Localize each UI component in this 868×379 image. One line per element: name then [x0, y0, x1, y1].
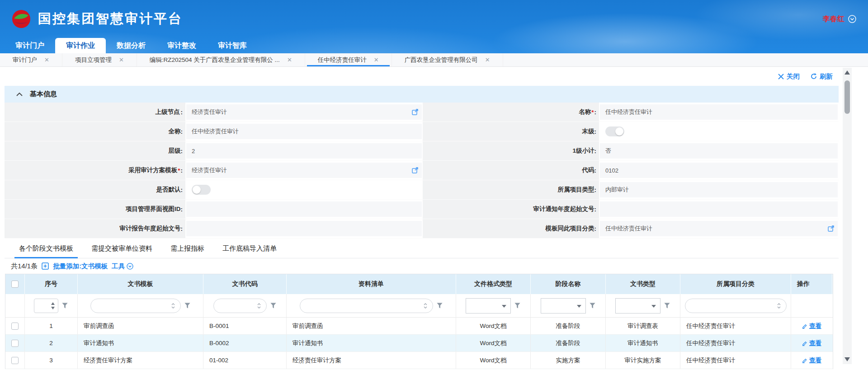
field-label-name: 名称*: — [423, 103, 599, 122]
category-filter-combo[interactable] — [685, 299, 787, 313]
page-tab-edit-rz202504[interactable]: 编辑:RZ202504 关于广西农垦企业管理有限公 ... ✕ — [137, 53, 305, 66]
external-link-icon[interactable] — [828, 225, 834, 232]
table-row[interactable]: 1 审前调查函 B-0001 审前调查函 Word文档 准备阶段 审计调查表 任… — [5, 318, 833, 335]
list-filter-combo[interactable] — [300, 299, 433, 313]
view-link[interactable]: 查看 — [802, 322, 821, 330]
leaf-toggle[interactable] — [605, 126, 624, 136]
table-row[interactable]: 3 经济责任审计方案 01-002 经济责任审计方案 Word文档 实施方案 审… — [5, 352, 833, 369]
funnel-icon[interactable] — [589, 302, 596, 309]
funnel-icon[interactable] — [436, 302, 443, 309]
field-label-leaf: 末级: — [423, 122, 599, 141]
report-doc-no-field[interactable] — [186, 221, 422, 236]
nav-item-analysis[interactable]: 数据分析 — [106, 38, 156, 53]
select-all-checkbox[interactable] — [11, 281, 19, 288]
level-field[interactable]: 2 — [186, 143, 422, 159]
template-category-field[interactable]: 任中经济责任审计 — [600, 221, 838, 236]
value-text: 0102 — [605, 167, 618, 174]
tab-report-indicators[interactable]: 需上报指标 — [161, 239, 213, 258]
spinner-up-icon[interactable] — [51, 302, 55, 305]
close-icon[interactable]: ✕ — [119, 56, 124, 63]
cell-template: 审计通知书 — [78, 335, 203, 351]
template-filter-combo[interactable] — [90, 299, 181, 313]
cell-doctype: 审计通知书 — [606, 335, 680, 351]
view-link[interactable]: 查看 — [802, 339, 821, 347]
cell-format: Word文档 — [456, 318, 531, 334]
funnel-icon[interactable] — [184, 302, 191, 309]
full-name-field[interactable]: 任中经济责任审计 — [186, 124, 422, 139]
level1-subtotal-field[interactable]: 否 — [600, 143, 838, 159]
nav-item-portal[interactable]: 审计门户 — [5, 38, 55, 53]
project-type-field[interactable]: 内部审计 — [600, 182, 838, 197]
tab-stage-doc-templates[interactable]: 各个阶段文书模板 — [10, 239, 82, 258]
scroll-down-icon[interactable] — [844, 357, 850, 361]
close-icon[interactable]: ✕ — [287, 56, 292, 63]
close-label: 关闭 — [787, 72, 800, 81]
refresh-button[interactable]: 刷新 — [811, 72, 833, 81]
collapse-icon[interactable] — [16, 92, 23, 96]
select-arrow-icon — [502, 305, 506, 308]
nav-item-operations[interactable]: 审计作业 — [55, 38, 106, 53]
format-filter-select[interactable] — [466, 298, 511, 313]
user-menu[interactable]: 李春红 — [823, 14, 856, 24]
tab-label: 任中经济责任审计 — [318, 56, 367, 64]
field-label-template-category: 模板同此项目分类: — [423, 219, 599, 239]
funnel-icon[interactable] — [270, 302, 277, 309]
stage-filter-select[interactable] — [541, 298, 586, 313]
tab-working-paper-import[interactable]: 工作底稿导入清单 — [213, 239, 286, 258]
tools-button[interactable]: 工具 — [112, 262, 133, 271]
view-id-field[interactable] — [186, 201, 422, 217]
name-field[interactable]: 任中经济责任审计 — [600, 104, 838, 120]
external-link-icon[interactable] — [412, 167, 418, 173]
combo-arrows-icon — [257, 303, 261, 309]
is-default-toggle[interactable] — [192, 185, 211, 195]
row-checkbox[interactable] — [11, 340, 19, 347]
nav-item-rectification[interactable]: 审计整改 — [156, 38, 207, 53]
external-link-icon[interactable] — [412, 109, 418, 115]
batch-add-button[interactable]: 批量添加:文书模板 — [53, 262, 108, 271]
colon: : — [594, 109, 597, 116]
row-checkbox[interactable] — [11, 323, 19, 330]
user-dropdown-icon[interactable] — [848, 15, 856, 23]
page-tab-portal[interactable]: 审计门户 ✕ — [0, 53, 62, 66]
row-checkbox[interactable] — [11, 357, 19, 364]
page-tab-gx-company[interactable]: 广西农垦企业管理有限公司 ✕ — [392, 53, 503, 66]
seq-filter-spinner[interactable] — [34, 299, 58, 313]
parent-node-field[interactable]: 经济责任审计 — [186, 104, 422, 120]
vertical-scrollbar[interactable] — [843, 68, 852, 364]
colon: : — [594, 148, 597, 154]
notice-doc-no-field[interactable] — [600, 201, 838, 217]
batch-add-icon[interactable] — [42, 262, 49, 270]
code-field[interactable]: 0102 — [600, 163, 838, 178]
basic-info-section-header[interactable]: 基本信息 — [5, 86, 839, 103]
filter-format — [456, 294, 531, 317]
table-row[interactable]: 2 审计通知书 B-0002 审计通知书 Word文档 准备阶段 审计通知书 任… — [5, 335, 833, 352]
tab-label: 广西农垦企业管理有限公司 — [405, 56, 478, 64]
funnel-icon[interactable] — [514, 302, 521, 309]
scroll-up-icon[interactable] — [844, 70, 850, 75]
colon: : — [181, 187, 183, 193]
detail-tab-bar: 各个阶段文书模板 需提交被审单位资料 需上报指标 工作底稿导入清单 — [5, 239, 839, 258]
tab-auditee-materials[interactable]: 需提交被审单位资料 — [82, 239, 161, 258]
plan-template-field[interactable]: 经济责任审计 — [186, 163, 422, 178]
cell-action: 查看 — [791, 352, 832, 369]
field-value-cell: 任中经济责任审计 — [599, 103, 839, 122]
doctype-filter-select[interactable] — [615, 298, 660, 313]
filter-empty — [5, 294, 25, 317]
nav-item-knowledge[interactable]: 审计智库 — [207, 38, 258, 53]
page-tab-project-setup[interactable]: 项目立项管理 ✕ — [62, 53, 137, 66]
code-filter-combo[interactable] — [213, 299, 267, 313]
spinner-down-icon[interactable] — [51, 307, 55, 309]
close-icon[interactable]: ✕ — [44, 56, 49, 63]
funnel-icon[interactable] — [664, 302, 670, 309]
page-tab-incumbent-audit[interactable]: 任中经济责任审计 ✕ — [305, 53, 392, 66]
scrollbar-thumb[interactable] — [844, 80, 850, 114]
funnel-icon[interactable] — [61, 302, 68, 309]
close-icon[interactable]: ✕ — [485, 56, 490, 63]
colon: : — [181, 167, 183, 174]
col-header-stage: 阶段名称 — [531, 274, 606, 294]
view-link[interactable]: 查看 — [802, 356, 821, 365]
colon: : — [594, 206, 597, 213]
close-icon[interactable]: ✕ — [374, 56, 379, 63]
close-page-button[interactable]: 关闭 — [778, 72, 800, 81]
cell-action: 查看 — [791, 318, 832, 334]
